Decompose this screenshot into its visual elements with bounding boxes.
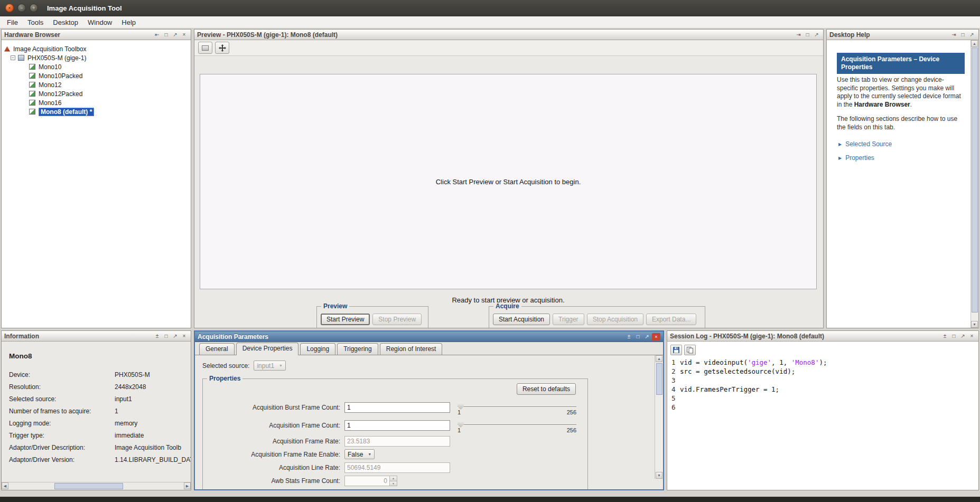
window-minimize-button[interactable]: − (17, 4, 26, 12)
close-icon[interactable]: × (968, 333, 976, 340)
undock-icon[interactable]: ↗ (171, 333, 179, 340)
window-maximize-button[interactable]: + (30, 4, 38, 12)
dock-icon[interactable]: ⇤ (153, 31, 161, 39)
close-icon[interactable]: × (180, 333, 188, 340)
help-link-properties[interactable]: ▶ Properties (838, 154, 874, 162)
selected-source-dropdown: input1 ▼ (254, 361, 286, 371)
tab-triggering[interactable]: Triggering (337, 343, 378, 355)
selected-source-row: Selected source: input1 ▼ (202, 361, 286, 371)
tree-node-root[interactable]: Image Acquisition Toolbox (4, 44, 190, 53)
maximize-icon[interactable]: □ (959, 31, 967, 39)
undock-icon[interactable]: ↗ (968, 31, 976, 39)
info-value: immediate (115, 432, 144, 439)
acquisition-parameters-header[interactable]: Acquisition Parameters ± □ ↗ × (195, 331, 663, 342)
window-minimize-icon: − (20, 6, 23, 11)
acquisition-vertical-scrollbar[interactable]: ▲ ▼ (655, 355, 663, 479)
maximize-icon[interactable]: □ (950, 333, 958, 340)
scroll-left-icon[interactable]: ◀ (2, 482, 8, 489)
save-log-button[interactable] (670, 345, 682, 355)
minimize-icon[interactable]: ± (153, 333, 161, 340)
tab-general[interactable]: General (199, 343, 235, 355)
undock-icon[interactable]: ↗ (959, 333, 967, 340)
line-number: 5 (671, 394, 676, 403)
scroll-down-icon[interactable]: ▼ (656, 472, 662, 479)
scrollbar-thumb[interactable] (54, 483, 123, 489)
menu-file[interactable]: File (2, 17, 23, 27)
tree-node-selected-label: Mono8 (default) * (39, 108, 94, 116)
scrollbar-thumb[interactable] (656, 363, 662, 395)
slider-track[interactable] (458, 424, 576, 425)
menu-tools[interactable]: Tools (23, 17, 48, 27)
menu-help[interactable]: Help (117, 17, 141, 27)
window-titlebar[interactable]: × − + Image Acquisition Tool (0, 0, 980, 16)
info-row: Device:PHX050S-M (9, 368, 191, 381)
session-log-code[interactable]: 1vid = videoinput('gige', 1, 'Mono8'); 2… (667, 356, 978, 412)
frame-count-input[interactable] (344, 420, 450, 431)
hardware-browser-header[interactable]: Hardware Browser ⇤ □ ↗ × (2, 30, 191, 40)
acquisition-parameters-body: General Device Properties Logging Trigge… (195, 342, 663, 489)
image-acquisition-tool-window: × − + Image Acquisition Tool File Tools … (0, 0, 980, 502)
tree-node-format-label: Mono12 (39, 81, 61, 89)
burst-frame-count-slider[interactable]: 1256 (458, 402, 576, 419)
close-icon[interactable]: × (652, 333, 660, 340)
acquisition-tabs: General Device Properties Logging Trigge… (195, 342, 663, 355)
preview-size-button[interactable] (198, 42, 212, 54)
maximize-icon[interactable]: □ (162, 333, 170, 340)
undock-icon[interactable]: ↗ (813, 31, 820, 39)
video-format-icon (29, 64, 35, 70)
maximize-icon[interactable]: □ (162, 31, 170, 39)
session-log-header[interactable]: Session Log - PHX050S-M (gige-1): Mono8 … (667, 331, 978, 342)
fit-to-window-button[interactable] (215, 42, 229, 54)
tree-node-format[interactable]: Mono12 (4, 80, 190, 89)
tree-node-device[interactable]: − PHX050S-M (gige-1) (4, 53, 190, 62)
desktop-help-header[interactable]: Desktop Help ⇥ □ ↗ (827, 30, 978, 40)
undock-icon[interactable]: ↗ (643, 333, 651, 340)
scroll-down-icon[interactable]: ▼ (971, 321, 978, 328)
maximize-icon[interactable]: □ (634, 333, 642, 340)
tree-node-format[interactable]: Mono10Packed (4, 71, 190, 80)
start-preview-button[interactable]: Start Preview (321, 314, 370, 325)
frame-rate-enable-dropdown[interactable]: False ▼ (344, 449, 375, 459)
tree-node-format-selected[interactable]: Mono8 (default) * (4, 107, 190, 116)
close-icon[interactable]: × (180, 31, 188, 39)
minimize-icon[interactable]: ± (625, 333, 633, 340)
dock-icon[interactable]: ⇥ (950, 31, 958, 39)
hardware-browser-body: Image Acquisition Toolbox − PHX050S-M (g… (2, 40, 191, 328)
reset-to-defaults-button[interactable]: Reset to defaults (517, 383, 576, 395)
scroll-up-icon[interactable]: ▲ (656, 355, 662, 362)
tree-node-format[interactable]: Mono10 (4, 62, 190, 71)
hardware-browser-title: Hardware Browser (4, 31, 153, 39)
tab-region-of-interest[interactable]: Region of Interest (380, 343, 443, 355)
preview-header[interactable]: Preview - PHX050S-M (gige-1): Mono8 (def… (194, 30, 823, 40)
preview-group: Preview Start Preview Stop Preview (316, 306, 428, 328)
dock-icon[interactable]: ⇥ (795, 31, 802, 39)
tree-node-format[interactable]: Mono16 (4, 98, 190, 107)
window-close-button[interactable]: × (5, 4, 14, 12)
minimize-icon[interactable]: ± (941, 333, 949, 340)
tree-node-format[interactable]: Mono12Packed (4, 89, 190, 98)
export-data-button: Export Data... (646, 314, 696, 325)
help-vertical-scrollbar[interactable]: ▲ ▼ (970, 40, 978, 328)
information-header[interactable]: Information ± □ ↗ × (2, 331, 191, 342)
help-link-selected-source[interactable]: ▶ Selected Source (838, 140, 892, 148)
tab-device-properties[interactable]: Device Properties (236, 343, 299, 355)
scrollbar-thumb[interactable] (972, 48, 978, 312)
slider-track[interactable] (458, 406, 576, 408)
maximize-icon[interactable]: □ (804, 31, 811, 39)
collapse-expander-icon[interactable]: − (11, 55, 15, 60)
code-text: ); (819, 358, 827, 366)
tab-logging[interactable]: Logging (300, 343, 335, 355)
undock-icon[interactable]: ↗ (171, 31, 179, 39)
burst-frame-count-input[interactable] (344, 402, 450, 413)
frame-count-slider[interactable]: 1256 (458, 420, 576, 437)
copy-log-button[interactable] (684, 345, 696, 355)
information-horizontal-scrollbar[interactable]: ◀ ▶ (2, 482, 191, 490)
menu-desktop[interactable]: Desktop (48, 17, 83, 27)
start-acquisition-button[interactable]: Start Acquisition (493, 314, 550, 325)
menu-window[interactable]: Window (83, 17, 117, 27)
information-body: Mono8 Device:PHX050S-M Resolution:2448x2… (2, 342, 191, 490)
scroll-right-icon[interactable]: ▶ (184, 482, 191, 489)
selected-source-label: Selected source: (202, 362, 249, 370)
info-value: 1 (115, 408, 118, 415)
scroll-up-icon[interactable]: ▲ (971, 40, 978, 47)
